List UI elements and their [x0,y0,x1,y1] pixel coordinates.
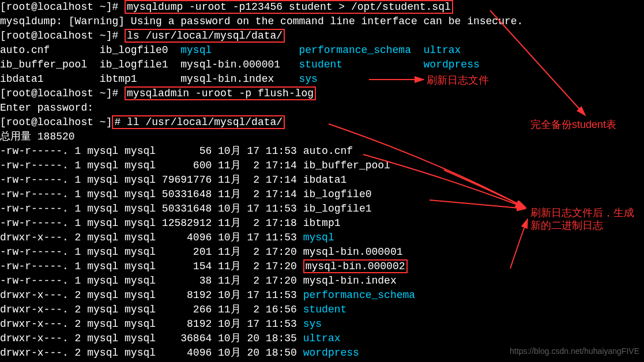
annotation-newbinlog: 刷新日志文件后，生成新的二进制日志 [530,206,640,232]
terminal-line: [root@localhost ~]# mysqladmin -uroot -p… [0,86,644,101]
terminal-line: drwxr-x---. 2 mysql mysql 4096 10月 17 11… [0,231,644,245]
terminal-line: ibdata1 ibtmp1 mysql-bin.index sys [0,72,644,86]
terminal-line: [root@localhost ~]# mysqldump -uroot -p1… [0,0,644,14]
terminal-line: -rw-r-----. 1 mysql mysql 600 11月 2 17:1… [0,159,644,173]
terminal-line: drwxr-x---. 2 mysql mysql 266 11月 2 16:5… [0,303,644,317]
terminal-line: mysqldump: [Warning] Using a password on… [0,14,644,29]
terminal-line: Enter password: [0,101,644,115]
terminal-line: -rw-r-----. 1 mysql mysql 79691776 11月 2… [0,173,644,187]
watermark: https://blog.csdn.net/huhaiyangFIVE [510,344,639,359]
terminal-line: drwxr-x---. 2 mysql mysql 8192 10月 17 11… [0,288,644,303]
terminal-line: -rw-r-----. 1 mysql mysql 56 10月 17 11:5… [0,144,644,159]
annotation-backup: 完全备份student表 [530,118,634,131]
terminal-line: 总用量 188520 [0,130,644,144]
prompt: [root@localhost ~] [0,116,112,128]
terminal-window: { "prompt":"[root@localhost ~]# ", "cmd1… [0,0,644,362]
terminal-line: drwxr-x---. 2 mysql mysql 8192 10月 17 11… [0,317,644,331]
file-new-binlog: mysql-bin.000002 [303,259,408,273]
terminal-line: ib_buffer_pool ib_logfile1 mysql-bin.000… [0,58,644,72]
terminal-line: -rw-r-----. 1 mysql mysql 154 11月 2 17:2… [0,259,644,274]
cmd-flushlog: mysqladmin -uroot -p flush-log [125,86,316,100]
terminal-line: -rw-r-----. 1 mysql mysql 201 11月 2 17:2… [0,245,644,259]
terminal-line: [root@localhost ~]# ls /usr/local/mysql/… [0,29,644,43]
cmd-mysqldump: mysqldump -uroot -p123456 student > /opt… [125,0,453,14]
cmd-ls: ls /usr/local/mysql/data/ [125,29,285,43]
terminal-content: [root@localhost ~]# mysqldump -uroot -p1… [0,0,644,360]
cmd-ll: # ll /usr/local/mysql/data/ [112,115,285,129]
terminal-line: -rw-r-----. 1 mysql mysql 50331648 11月 2… [0,187,644,202]
terminal-line: -rw-r-----. 1 mysql mysql 38 11月 2 17:20… [0,274,644,288]
terminal-line: auto.cnf ib_logfile0 mysql performance_s… [0,43,644,58]
annotation-flush-log: 刷新日志文件 [427,74,489,86]
